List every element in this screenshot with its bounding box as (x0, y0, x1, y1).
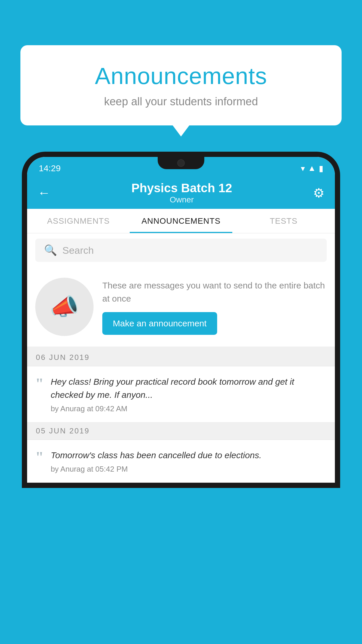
wifi-icon: ▾ (301, 164, 305, 173)
app-bar-subtitle: Owner (131, 195, 232, 204)
announcement-item-1[interactable]: " Hey class! Bring your practical record… (27, 366, 335, 422)
app-bar-title-group: Physics Batch 12 Owner (131, 181, 232, 204)
promo-section: 📣 These are messages you want to send to… (27, 267, 335, 349)
quote-icon-1: " (35, 376, 44, 391)
promo-description: These are messages you want to send to t… (102, 279, 327, 305)
bubble-title: Announcements (44, 63, 318, 90)
announcement-item-2[interactable]: " Tomorrow's class has been cancelled du… (27, 440, 335, 483)
announcement-meta-2: by Anurag at 05:42 PM (51, 465, 327, 474)
announcement-meta-1: by Anurag at 09:42 AM (51, 404, 327, 413)
quote-icon-2: " (35, 450, 44, 465)
phone-wrapper: 14:29 ▾ ▲ ▮ ← Physics Batch 12 Owner ⚙ A… (22, 152, 340, 644)
tabs-bar: ASSIGNMENTS ANNOUNCEMENTS TESTS (27, 209, 335, 233)
phone-camera (177, 159, 185, 167)
back-button[interactable]: ← (38, 186, 50, 200)
search-bar[interactable]: 🔍 Search (35, 239, 327, 262)
app-bar-title: Physics Batch 12 (131, 181, 232, 195)
phone-notch (158, 157, 204, 169)
announcement-content-2: Tomorrow's class has been cancelled due … (51, 449, 327, 474)
status-icons: ▾ ▲ ▮ (301, 164, 323, 173)
speech-bubble-container: Announcements keep all your students inf… (20, 45, 342, 125)
announcement-content-1: Hey class! Bring your practical record b… (51, 375, 327, 413)
promo-content: These are messages you want to send to t… (102, 279, 327, 335)
date-separator-2: 05 JUN 2019 (27, 422, 335, 440)
announcement-text-2: Tomorrow's class has been cancelled due … (51, 449, 327, 462)
tab-announcements[interactable]: ANNOUNCEMENTS (130, 209, 232, 233)
announcement-text-1: Hey class! Bring your practical record b… (51, 375, 327, 401)
phone-outer: 14:29 ▾ ▲ ▮ ← Physics Batch 12 Owner ⚙ A… (22, 152, 340, 488)
promo-icon-circle: 📣 (35, 278, 94, 336)
bubble-subtitle: keep all your students informed (44, 95, 318, 108)
speech-bubble: Announcements keep all your students inf… (20, 45, 342, 125)
tab-assignments[interactable]: ASSIGNMENTS (27, 209, 130, 233)
app-bar: ← Physics Batch 12 Owner ⚙ (27, 177, 335, 209)
search-container: 🔍 Search (27, 233, 335, 267)
status-time: 14:29 (39, 163, 61, 173)
search-icon: 🔍 (44, 244, 57, 256)
date-separator-1: 06 JUN 2019 (27, 349, 335, 366)
battery-icon: ▮ (319, 164, 323, 173)
search-placeholder: Search (62, 245, 94, 256)
megaphone-icon: 📣 (50, 293, 79, 321)
signal-icon: ▲ (308, 164, 316, 173)
make-announcement-button[interactable]: Make an announcement (102, 312, 217, 335)
tab-tests[interactable]: TESTS (232, 209, 335, 233)
settings-icon[interactable]: ⚙ (313, 186, 324, 200)
phone-screen: 14:29 ▾ ▲ ▮ ← Physics Batch 12 Owner ⚙ A… (27, 157, 335, 483)
